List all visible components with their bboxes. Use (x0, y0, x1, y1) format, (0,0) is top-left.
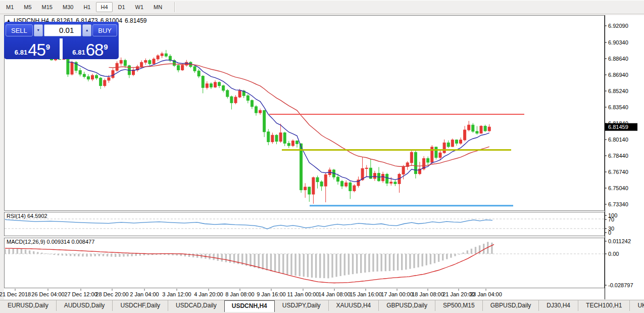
candle (124, 60, 126, 66)
macd-histogram-bar (266, 254, 268, 271)
timeframe-button-m30[interactable]: M30 (58, 2, 78, 12)
timeframe-button-m15[interactable]: M15 (37, 2, 57, 12)
macd-histogram-bar (393, 254, 394, 271)
candle (312, 177, 315, 194)
macd-histogram-bar (446, 254, 448, 259)
macd-histogram-bar (442, 254, 443, 260)
macd-histogram-bar (344, 254, 345, 276)
candle (157, 56, 159, 59)
macd-histogram-bar (385, 254, 386, 271)
candle (116, 63, 118, 70)
macd-histogram-bar (262, 254, 264, 270)
chart-tab-gbpusd-daily[interactable]: GBPUSD,Daily (378, 300, 435, 311)
macd-histogram-bar (258, 254, 260, 269)
candle (455, 140, 458, 144)
price-axis-label: 6.78440 (608, 153, 628, 159)
volume-increase-button[interactable]: ▲ (82, 24, 91, 36)
macd-histogram-bar (78, 254, 79, 256)
chart-tab-xauusd-h4[interactable]: XAUUSD,H4 (328, 300, 379, 311)
macd-histogram-bar (299, 254, 301, 276)
candle (283, 133, 286, 144)
macd-histogram-bar (139, 254, 141, 256)
chart-tab-usdcnh-h4[interactable]: USDCNH,H4 (224, 300, 275, 312)
candle (435, 147, 437, 158)
macd-histogram-bar (294, 254, 296, 276)
sell-price-prefix: 6.81 (15, 49, 27, 56)
macd-histogram-bar (254, 254, 255, 267)
chart-tab-usdcad-daily[interactable]: USDCAD,Daily (168, 300, 224, 311)
macd-histogram-bar (376, 254, 378, 272)
candle (443, 143, 445, 153)
timeframe-button-h1[interactable]: H1 (79, 2, 95, 12)
candle (246, 96, 249, 100)
chart-tab-gbpusd-daily[interactable]: GBPUSD,Daily (482, 300, 539, 311)
chart-tab-tech100-h1[interactable]: TECH100,H1 (578, 300, 629, 311)
rsi-axis-label: 70 (608, 216, 614, 222)
volume-input[interactable]: 0.01 (44, 24, 81, 36)
macd-histogram-bar (352, 254, 354, 274)
macd-histogram-bar (164, 254, 165, 255)
macd-axis-label: 0.011242 (608, 238, 631, 244)
candle (153, 59, 155, 64)
macd-histogram-bar (483, 244, 484, 254)
price-axis-label: 6.76740 (608, 169, 628, 175)
time-axis-label: 23 Jan 04:00 (470, 291, 502, 297)
candle (373, 173, 376, 178)
macd-histogram-bar (82, 254, 83, 256)
candle (234, 97, 237, 103)
timeframe-button-h4[interactable]: H4 (96, 2, 112, 12)
chart-tab-audusd-daily[interactable]: AUDUSD,Daily (56, 300, 113, 311)
candle (427, 158, 429, 162)
time-axis-label: 18 Jan 08:00 (412, 291, 444, 297)
candle (144, 61, 147, 63)
candle (230, 97, 233, 103)
candle (177, 66, 180, 70)
chart-tab-sp500-m15[interactable]: SP500,M15 (435, 300, 482, 311)
macd-histogram-bar (4, 249, 6, 254)
macd-axis-label: 0.00 (608, 251, 619, 257)
buy-price-display[interactable]: 6.81 68 9 (63, 38, 118, 58)
macd-histogram-bar (348, 254, 350, 275)
macd-histogram-bar (389, 254, 390, 271)
macd-histogram-bar (196, 254, 198, 258)
candle (108, 77, 110, 80)
macd-histogram-bar (360, 254, 362, 273)
macd-histogram-bar (381, 254, 382, 272)
chart-tab-ukoil-h1[interactable]: UKOil,H1 (629, 300, 644, 311)
candle (304, 187, 307, 190)
sell-price-display[interactable]: 6.81 45 9 (5, 38, 60, 58)
chart-tab-usdjpy-daily[interactable]: USDJPY,Daily (275, 300, 328, 311)
macd-histogram-bar (49, 254, 51, 254)
macd-histogram-bar (168, 254, 169, 255)
macd-histogram-bar (303, 254, 305, 277)
macd-histogram-bar (413, 254, 415, 268)
macd-histogram-bar (417, 254, 419, 267)
timeframe-button-mn[interactable]: MN (149, 2, 167, 12)
candle (222, 85, 225, 90)
timeframe-button-m5[interactable]: M5 (19, 2, 36, 12)
timeframe-button-w1[interactable]: W1 (131, 2, 148, 12)
macd-histogram-bar (229, 254, 231, 263)
time-axis-label: 14 Jan 08:00 (318, 291, 351, 297)
timeframe-button-m1[interactable]: M1 (2, 2, 18, 12)
price-axis-label: 6.85240 (608, 88, 628, 94)
macd-histogram-bar (62, 254, 63, 255)
sell-button[interactable]: SELL (6, 24, 33, 36)
macd-histogram-bar (233, 254, 235, 263)
time-axis-label: 17 Jan 00:00 (381, 291, 413, 297)
candle (341, 182, 343, 186)
macd-histogram-bar (430, 254, 431, 264)
candle (414, 152, 417, 173)
macd-histogram-bar (315, 254, 317, 278)
chart-tab-dj30-h4[interactable]: DJ30,H4 (538, 300, 578, 311)
volume-decrease-button[interactable]: ▼ (34, 24, 43, 36)
chart-tab-eurusd-daily[interactable]: EURUSD,Daily (0, 300, 56, 311)
chart-tab-usdchf-daily[interactable]: USDCHF,Daily (112, 300, 168, 311)
price-axis-label: 6.92090 (608, 23, 628, 29)
macd-histogram-bar (270, 254, 272, 271)
time-axis-label: 27 Dec 12:00 (64, 291, 97, 297)
timeframe-button-d1[interactable]: D1 (114, 2, 130, 12)
buy-button[interactable]: BUY (92, 24, 117, 36)
macd-histogram-bar (364, 254, 366, 273)
macd-histogram-bar (458, 254, 460, 254)
